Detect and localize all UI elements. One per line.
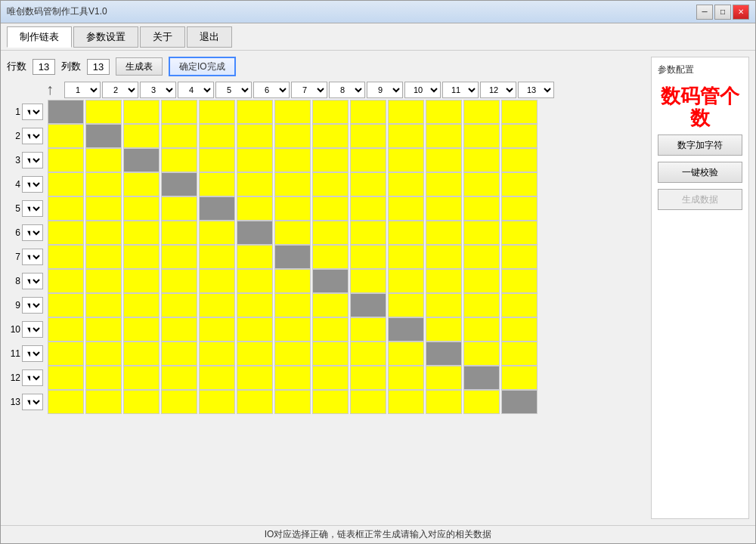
list-item[interactable] bbox=[274, 221, 311, 245]
generate-data-button[interactable]: 生成数据 bbox=[658, 189, 742, 210]
list-item[interactable] bbox=[463, 317, 500, 342]
list-item[interactable] bbox=[350, 317, 386, 342]
list-item[interactable] bbox=[463, 342, 500, 366]
list-item[interactable] bbox=[501, 196, 538, 221]
col-select-12[interactable]: 12 bbox=[480, 82, 516, 98]
list-item[interactable] bbox=[350, 148, 386, 172]
list-item[interactable] bbox=[350, 196, 386, 221]
row-select-8[interactable]: ▼ bbox=[22, 273, 43, 289]
list-item[interactable] bbox=[199, 124, 235, 148]
list-item[interactable] bbox=[199, 390, 235, 414]
list-item[interactable] bbox=[123, 293, 160, 317]
list-item[interactable] bbox=[48, 245, 84, 269]
list-item[interactable] bbox=[501, 342, 538, 366]
list-item[interactable] bbox=[85, 124, 122, 148]
list-item[interactable] bbox=[274, 100, 311, 124]
col-select-4[interactable]: 4 bbox=[178, 82, 214, 98]
list-item[interactable] bbox=[501, 390, 538, 414]
row-select-13[interactable]: ▼ bbox=[22, 394, 43, 410]
col-select-11[interactable]: 11 bbox=[442, 82, 479, 98]
list-item[interactable] bbox=[237, 124, 273, 148]
list-item[interactable] bbox=[161, 245, 197, 269]
list-item[interactable] bbox=[85, 148, 122, 172]
list-item[interactable] bbox=[85, 100, 122, 124]
list-item[interactable] bbox=[123, 148, 160, 172]
list-item[interactable] bbox=[85, 221, 122, 245]
row-select-5[interactable]: ▼ bbox=[22, 200, 43, 217]
list-item[interactable] bbox=[237, 342, 273, 366]
list-item[interactable] bbox=[85, 366, 122, 390]
list-item[interactable] bbox=[123, 245, 160, 269]
col-select-8[interactable]: 8 bbox=[329, 82, 365, 98]
add-char-button[interactable]: 数字加字符 bbox=[658, 134, 742, 156]
list-item[interactable] bbox=[274, 196, 311, 221]
list-item[interactable] bbox=[463, 100, 500, 124]
list-item[interactable] bbox=[123, 317, 160, 342]
list-item[interactable] bbox=[237, 317, 273, 342]
tab-about[interactable]: 关于 bbox=[140, 26, 185, 48]
list-item[interactable] bbox=[274, 124, 311, 148]
list-item[interactable] bbox=[123, 342, 160, 366]
list-item[interactable] bbox=[501, 221, 538, 245]
list-item[interactable] bbox=[388, 124, 424, 148]
list-item[interactable] bbox=[123, 390, 160, 414]
list-item[interactable] bbox=[350, 221, 386, 245]
list-item[interactable] bbox=[123, 366, 160, 390]
list-item[interactable] bbox=[48, 317, 84, 342]
list-item[interactable] bbox=[85, 390, 122, 414]
list-item[interactable] bbox=[161, 342, 197, 366]
list-item[interactable] bbox=[237, 245, 273, 269]
row-select-11[interactable]: ▼ bbox=[22, 345, 43, 362]
list-item[interactable] bbox=[463, 366, 500, 390]
list-item[interactable] bbox=[426, 221, 462, 245]
list-item[interactable] bbox=[274, 269, 311, 293]
list-item[interactable] bbox=[123, 221, 160, 245]
col-select-7[interactable]: 7 bbox=[291, 82, 327, 98]
list-item[interactable] bbox=[312, 245, 349, 269]
list-item[interactable] bbox=[274, 366, 311, 390]
list-item[interactable] bbox=[463, 269, 500, 293]
list-item[interactable] bbox=[463, 172, 500, 196]
list-item[interactable] bbox=[237, 390, 273, 414]
list-item[interactable] bbox=[161, 172, 197, 196]
list-item[interactable] bbox=[426, 269, 462, 293]
row-select-3[interactable]: ▼ bbox=[22, 152, 43, 168]
list-item[interactable] bbox=[388, 317, 424, 342]
list-item[interactable] bbox=[199, 221, 235, 245]
col-select-1[interactable]: 1 bbox=[64, 82, 101, 98]
list-item[interactable] bbox=[48, 172, 84, 196]
col-select-2[interactable]: 2 bbox=[102, 82, 138, 98]
list-item[interactable] bbox=[274, 342, 311, 366]
list-item[interactable] bbox=[312, 366, 349, 390]
list-item[interactable] bbox=[350, 124, 386, 148]
list-item[interactable] bbox=[237, 196, 273, 221]
list-item[interactable] bbox=[312, 124, 349, 148]
list-item[interactable] bbox=[388, 293, 424, 317]
list-item[interactable] bbox=[426, 124, 462, 148]
list-item[interactable] bbox=[48, 390, 84, 414]
list-item[interactable] bbox=[161, 390, 197, 414]
list-item[interactable] bbox=[463, 148, 500, 172]
list-item[interactable] bbox=[161, 221, 197, 245]
list-item[interactable] bbox=[426, 196, 462, 221]
row-select-1[interactable]: ▼ bbox=[22, 104, 43, 120]
list-item[interactable] bbox=[463, 245, 500, 269]
generate-table-button[interactable]: 生成表 bbox=[116, 57, 163, 76]
list-item[interactable] bbox=[426, 342, 462, 366]
list-item[interactable] bbox=[48, 342, 84, 366]
list-item[interactable] bbox=[85, 342, 122, 366]
list-item[interactable] bbox=[123, 100, 160, 124]
list-item[interactable] bbox=[426, 390, 462, 414]
list-item[interactable] bbox=[463, 390, 500, 414]
list-item[interactable] bbox=[388, 221, 424, 245]
list-item[interactable] bbox=[161, 124, 197, 148]
list-item[interactable] bbox=[237, 366, 273, 390]
list-item[interactable] bbox=[501, 317, 538, 342]
list-item[interactable] bbox=[85, 269, 122, 293]
list-item[interactable] bbox=[350, 100, 386, 124]
list-item[interactable] bbox=[463, 293, 500, 317]
list-item[interactable] bbox=[48, 196, 84, 221]
list-item[interactable] bbox=[161, 293, 197, 317]
list-item[interactable] bbox=[426, 100, 462, 124]
list-item[interactable] bbox=[312, 390, 349, 414]
